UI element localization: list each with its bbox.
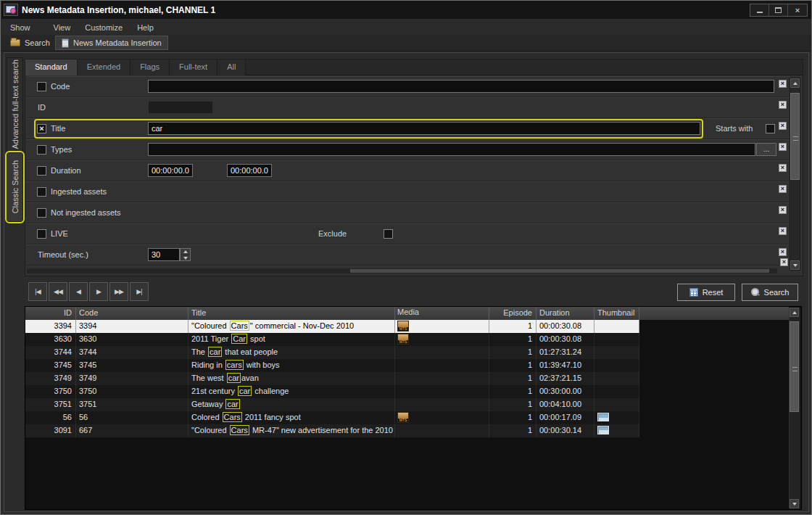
duration-to-input[interactable] — [227, 164, 272, 177]
spinner-down-button[interactable] — [181, 255, 190, 260]
spinner-up-button[interactable] — [181, 249, 190, 255]
code-checkbox[interactable] — [37, 82, 46, 91]
clear-field-icon[interactable]: × — [779, 101, 787, 109]
search-button[interactable]: Search — [742, 284, 798, 301]
types-label: Types — [51, 145, 72, 154]
scrollbar-thumb[interactable] — [790, 321, 799, 412]
table-row[interactable]: 3750 3750 21st century car challenge 1 0… — [25, 385, 639, 398]
table-row[interactable]: 3091 667 "Coloured Cars MR-47" new adver… — [25, 424, 639, 437]
table-row[interactable]: 3751 3751 Getaway car 1 00:04:10.00 — [25, 398, 639, 411]
cell-code: 3750 — [76, 385, 188, 398]
duration-from-input[interactable] — [148, 164, 193, 177]
exclude-label: Exclude — [318, 229, 347, 238]
menu-help[interactable]: Help — [130, 21, 161, 34]
cell-title: Riding in cars with boys — [188, 359, 395, 372]
cell-media — [395, 346, 489, 359]
sidebar-tab-advanced-fulltext-search[interactable]: Advanced full-text search — [7, 57, 23, 152]
sidebar-tab-classic-search[interactable]: Classic Search — [7, 152, 23, 222]
form-row-timeout: Timeout (sec.) × — [27, 244, 790, 265]
clear-field-icon[interactable]: × — [779, 227, 787, 235]
clear-field-icon[interactable]: × — [779, 122, 787, 130]
clear-field-icon[interactable]: × — [779, 248, 787, 256]
scroll-down-button[interactable] — [790, 499, 799, 508]
search-term-highlight: car — [227, 373, 241, 383]
nav-forward-button[interactable]: ▶▶ — [109, 282, 128, 301]
not-ingested-checkbox[interactable] — [37, 208, 46, 218]
timeout-label: Timeout (sec.) — [38, 250, 88, 259]
tab-fulltext[interactable]: Full-text — [170, 59, 218, 75]
tab-extended[interactable]: Extended — [78, 59, 130, 75]
table-vertical-scrollbar[interactable] — [789, 308, 800, 508]
form-horizontal-scrollbar[interactable] — [27, 268, 777, 273]
menu-show[interactable]: Show — [1, 21, 46, 34]
cell-code: 3744 — [76, 346, 188, 359]
nav-next-button[interactable]: ▶ — [89, 282, 108, 301]
types-checkbox[interactable] — [37, 145, 46, 154]
table-row[interactable]: 56 56 Colored Cars 2011 fancy spot MTS 1… — [25, 411, 639, 424]
exclude-checkbox[interactable] — [384, 229, 393, 239]
search-term-highlight: car — [208, 347, 222, 357]
scroll-up-button[interactable] — [790, 78, 800, 88]
types-browse-button[interactable]: ... — [756, 143, 776, 156]
menu-customize[interactable]: Customize — [78, 21, 130, 34]
menu-view[interactable]: View — [46, 21, 78, 34]
maximize-button[interactable] — [769, 4, 788, 16]
cell-id: 3630 — [25, 333, 76, 346]
starts-with-checkbox[interactable] — [766, 124, 775, 133]
table-row[interactable]: 3630 3630 2011 Tiger Car spot MTS 1 00:0… — [25, 333, 639, 346]
nav-first-button[interactable]: |◀ — [28, 282, 47, 301]
types-input[interactable] — [148, 143, 755, 156]
nav-prev-button[interactable]: ◀ — [69, 282, 88, 301]
cell-id: 3394 — [25, 320, 76, 333]
column-header-thumbnail[interactable]: Thumbnail — [594, 307, 639, 320]
toolbar-search-button[interactable]: Search — [4, 36, 56, 50]
column-header-media[interactable]: Media — [395, 307, 489, 320]
title-checkbox[interactable]: × — [37, 124, 46, 133]
cell-episode: 1 — [489, 398, 536, 411]
column-header-episode[interactable]: Episode — [489, 307, 536, 320]
search-term-highlight: Cars — [230, 321, 249, 331]
column-header-code[interactable]: Code — [76, 307, 188, 320]
cell-code: 3749 — [76, 372, 188, 385]
clear-field-icon[interactable]: × — [779, 185, 787, 193]
clear-field-icon[interactable]: × — [779, 164, 787, 172]
tab-all[interactable]: All — [218, 59, 246, 75]
ingested-checkbox[interactable] — [37, 187, 46, 197]
toolbar-news-metadata-button[interactable]: News Metadata Insertion — [55, 36, 168, 50]
minimize-button[interactable] — [750, 4, 769, 16]
clear-field-icon[interactable]: × — [779, 206, 787, 214]
duration-checkbox[interactable] — [37, 166, 46, 176]
nav-rewind-button[interactable]: ◀◀ — [49, 282, 67, 301]
tab-standard[interactable]: Standard — [25, 59, 78, 75]
advanced-tab-label: Advanced full-text search — [11, 59, 20, 149]
clear-field-icon[interactable]: × — [780, 258, 788, 266]
scrollbar-thumb[interactable] — [790, 93, 800, 180]
cell-thumbnail — [594, 398, 639, 411]
id-input[interactable] — [148, 101, 213, 114]
cell-episode: 1 — [489, 372, 536, 385]
cell-duration: 00:30:00.00 — [536, 385, 594, 398]
hscrollbar-thumb[interactable] — [350, 269, 769, 273]
clear-field-icon[interactable]: × — [779, 143, 787, 151]
cell-thumbnail — [594, 359, 639, 372]
nav-last-button[interactable]: ▶| — [130, 282, 149, 301]
live-checkbox[interactable] — [37, 229, 46, 239]
tab-flags[interactable]: Flags — [130, 59, 170, 75]
table-row[interactable]: 3394 3394 "Coloured Cars" commercial - N… — [25, 320, 639, 333]
column-header-id[interactable]: ID — [25, 307, 76, 320]
scroll-up-button[interactable] — [790, 308, 799, 317]
form-vertical-scrollbar[interactable] — [790, 78, 800, 271]
close-button[interactable]: × — [788, 4, 807, 16]
code-input[interactable] — [148, 80, 774, 93]
column-header-duration[interactable]: Duration — [536, 307, 594, 320]
reset-button[interactable]: Reset — [677, 284, 735, 301]
table-row[interactable]: 3749 3749 The west caravan 1 02:37:21.15 — [25, 372, 639, 385]
table-row[interactable]: 3744 3744 The car that eat people 1 01:2… — [25, 346, 639, 359]
title-input[interactable] — [148, 122, 700, 135]
clear-field-icon[interactable]: × — [779, 80, 787, 88]
timeout-input[interactable] — [148, 248, 180, 261]
column-header-title[interactable]: Title — [188, 307, 395, 320]
scroll-down-button[interactable] — [790, 260, 800, 270]
form-row-live: LIVE Exclude × — [27, 223, 790, 244]
table-row[interactable]: 3745 3745 Riding in cars with boys 1 01:… — [25, 359, 639, 372]
